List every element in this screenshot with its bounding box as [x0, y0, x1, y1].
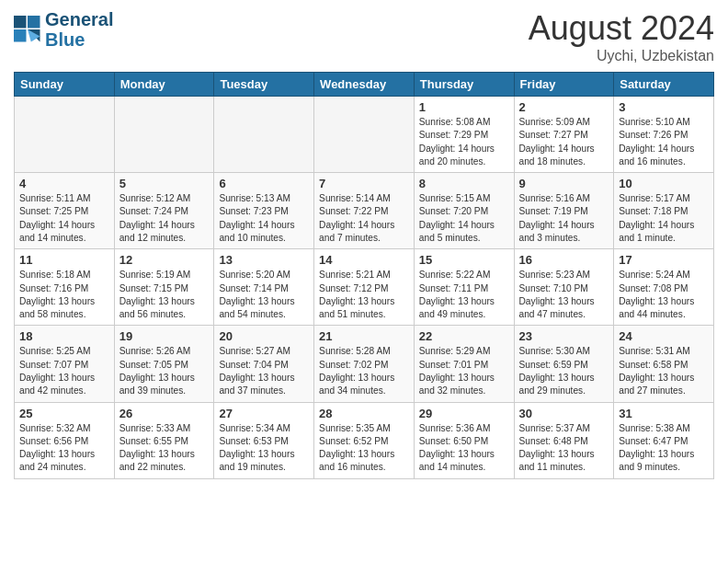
day-info: Sunrise: 5:09 AM Sunset: 7:27 PM Dayligh…	[519, 116, 609, 168]
day-number: 15	[419, 253, 509, 267]
day-info: Sunrise: 5:26 AM Sunset: 7:05 PM Dayligh…	[119, 345, 210, 397]
day-info: Sunrise: 5:27 AM Sunset: 7:04 PM Dayligh…	[219, 345, 309, 397]
calendar-cell: 21Sunrise: 5:28 AM Sunset: 7:02 PM Dayli…	[314, 326, 415, 402]
day-info: Sunrise: 5:34 AM Sunset: 6:53 PM Dayligh…	[219, 422, 309, 475]
week-row-2: 4Sunrise: 5:11 AM Sunset: 7:25 PM Daylig…	[15, 173, 714, 249]
logo-icon	[14, 16, 41, 43]
day-info: Sunrise: 5:13 AM Sunset: 7:23 PM Dayligh…	[219, 192, 309, 245]
calendar-cell: 29Sunrise: 5:36 AM Sunset: 6:50 PM Dayli…	[414, 402, 514, 478]
logo-text: General	[45, 9, 113, 29]
day-number: 24	[619, 329, 709, 343]
calendar-cell: 24Sunrise: 5:31 AM Sunset: 6:58 PM Dayli…	[614, 326, 714, 402]
weekday-header-thursday: Thursday	[414, 73, 514, 97]
calendar-cell: 23Sunrise: 5:30 AM Sunset: 6:59 PM Dayli…	[514, 326, 614, 402]
day-number: 7	[319, 177, 409, 190]
calendar-cell: 6Sunrise: 5:13 AM Sunset: 7:23 PM Daylig…	[214, 173, 314, 249]
title-block: August 2024 Uychi, Uzbekistan	[529, 9, 714, 64]
day-number: 11	[19, 253, 109, 267]
day-number: 22	[419, 329, 509, 343]
day-info: Sunrise: 5:12 AM Sunset: 7:24 PM Dayligh…	[119, 192, 210, 245]
day-number: 19	[119, 329, 210, 343]
day-info: Sunrise: 5:16 AM Sunset: 7:19 PM Dayligh…	[519, 192, 609, 245]
day-number: 4	[19, 177, 109, 190]
logo: General Blue	[14, 9, 113, 50]
day-info: Sunrise: 5:38 AM Sunset: 6:47 PM Dayligh…	[619, 422, 709, 475]
day-number: 29	[419, 407, 509, 420]
day-info: Sunrise: 5:18 AM Sunset: 7:16 PM Dayligh…	[19, 269, 109, 321]
calendar-cell: 17Sunrise: 5:24 AM Sunset: 7:08 PM Dayli…	[614, 249, 714, 326]
day-number: 25	[19, 407, 109, 420]
weekday-header-tuesday: Tuesday	[214, 73, 314, 97]
calendar-cell: 1Sunrise: 5:08 AM Sunset: 7:29 PM Daylig…	[414, 97, 514, 173]
day-info: Sunrise: 5:23 AM Sunset: 7:10 PM Dayligh…	[519, 269, 609, 321]
day-number: 17	[619, 253, 709, 267]
month-title: August 2024	[529, 9, 714, 48]
weekday-header-friday: Friday	[514, 73, 614, 97]
calendar-cell: 31Sunrise: 5:38 AM Sunset: 6:47 PM Dayli…	[614, 402, 714, 478]
day-number: 9	[519, 177, 609, 190]
day-number: 14	[319, 253, 409, 267]
day-number: 27	[219, 407, 309, 420]
day-info: Sunrise: 5:21 AM Sunset: 7:12 PM Dayligh…	[319, 269, 409, 321]
calendar-page: General Blue August 2024 Uychi, Uzbekist…	[0, 0, 728, 488]
calendar-cell: 9Sunrise: 5:16 AM Sunset: 7:19 PM Daylig…	[514, 173, 614, 249]
day-info: Sunrise: 5:28 AM Sunset: 7:02 PM Dayligh…	[319, 345, 409, 397]
day-info: Sunrise: 5:31 AM Sunset: 6:58 PM Dayligh…	[619, 345, 709, 397]
location: Uychi, Uzbekistan	[529, 48, 714, 64]
day-number: 10	[619, 177, 709, 190]
weekday-header-row: SundayMondayTuesdayWednesdayThursdayFrid…	[15, 73, 714, 97]
svg-rect-1	[28, 16, 40, 29]
calendar-cell	[314, 97, 415, 173]
day-info: Sunrise: 5:33 AM Sunset: 6:55 PM Dayligh…	[119, 422, 210, 475]
calendar-cell: 11Sunrise: 5:18 AM Sunset: 7:16 PM Dayli…	[15, 249, 115, 326]
day-info: Sunrise: 5:24 AM Sunset: 7:08 PM Dayligh…	[619, 269, 709, 321]
day-number: 12	[119, 253, 210, 267]
day-number: 31	[619, 407, 709, 420]
svg-rect-0	[14, 16, 27, 29]
day-info: Sunrise: 5:20 AM Sunset: 7:14 PM Dayligh…	[219, 269, 309, 321]
day-info: Sunrise: 5:15 AM Sunset: 7:20 PM Dayligh…	[419, 192, 509, 245]
weekday-header-sunday: Sunday	[15, 73, 115, 97]
calendar-cell	[15, 97, 115, 173]
calendar-cell: 15Sunrise: 5:22 AM Sunset: 7:11 PM Dayli…	[414, 249, 514, 326]
calendar-cell: 14Sunrise: 5:21 AM Sunset: 7:12 PM Dayli…	[314, 249, 415, 326]
calendar-cell: 16Sunrise: 5:23 AM Sunset: 7:10 PM Dayli…	[514, 249, 614, 326]
day-info: Sunrise: 5:25 AM Sunset: 7:07 PM Dayligh…	[19, 345, 109, 397]
calendar-cell: 28Sunrise: 5:35 AM Sunset: 6:52 PM Dayli…	[314, 402, 415, 478]
day-info: Sunrise: 5:11 AM Sunset: 7:25 PM Dayligh…	[19, 192, 109, 245]
day-info: Sunrise: 5:14 AM Sunset: 7:22 PM Dayligh…	[319, 192, 409, 245]
calendar-cell: 13Sunrise: 5:20 AM Sunset: 7:14 PM Dayli…	[214, 249, 314, 326]
day-info: Sunrise: 5:19 AM Sunset: 7:15 PM Dayligh…	[119, 269, 210, 321]
calendar-cell: 7Sunrise: 5:14 AM Sunset: 7:22 PM Daylig…	[314, 173, 415, 249]
day-info: Sunrise: 5:10 AM Sunset: 7:26 PM Dayligh…	[619, 116, 709, 168]
calendar-cell: 22Sunrise: 5:29 AM Sunset: 7:01 PM Dayli…	[414, 326, 514, 402]
day-number: 8	[419, 177, 509, 190]
day-number: 21	[319, 329, 409, 343]
calendar-cell: 3Sunrise: 5:10 AM Sunset: 7:26 PM Daylig…	[614, 97, 714, 173]
calendar-cell	[214, 97, 314, 173]
day-number: 20	[219, 329, 309, 343]
day-number: 5	[119, 177, 210, 190]
day-number: 3	[619, 100, 709, 114]
week-row-5: 25Sunrise: 5:32 AM Sunset: 6:56 PM Dayli…	[15, 402, 714, 478]
day-number: 18	[19, 329, 109, 343]
day-number: 30	[519, 407, 609, 420]
day-info: Sunrise: 5:35 AM Sunset: 6:52 PM Dayligh…	[319, 422, 409, 475]
calendar-cell: 25Sunrise: 5:32 AM Sunset: 6:56 PM Dayli…	[15, 402, 115, 478]
calendar-cell: 20Sunrise: 5:27 AM Sunset: 7:04 PM Dayli…	[214, 326, 314, 402]
calendar-cell: 26Sunrise: 5:33 AM Sunset: 6:55 PM Dayli…	[114, 402, 214, 478]
day-number: 6	[219, 177, 309, 190]
day-number: 2	[519, 100, 609, 114]
week-row-3: 11Sunrise: 5:18 AM Sunset: 7:16 PM Dayli…	[15, 249, 714, 326]
weekday-header-monday: Monday	[114, 73, 214, 97]
calendar-cell: 12Sunrise: 5:19 AM Sunset: 7:15 PM Dayli…	[114, 249, 214, 326]
calendar-cell: 5Sunrise: 5:12 AM Sunset: 7:24 PM Daylig…	[114, 173, 214, 249]
day-info: Sunrise: 5:08 AM Sunset: 7:29 PM Dayligh…	[419, 116, 509, 168]
day-info: Sunrise: 5:32 AM Sunset: 6:56 PM Dayligh…	[19, 422, 109, 475]
calendar-table: SundayMondayTuesdayWednesdayThursdayFrid…	[14, 72, 714, 479]
day-number: 23	[519, 329, 609, 343]
day-number: 26	[119, 407, 210, 420]
week-row-1: 1Sunrise: 5:08 AM Sunset: 7:29 PM Daylig…	[15, 97, 714, 173]
day-number: 1	[419, 100, 509, 114]
calendar-cell: 27Sunrise: 5:34 AM Sunset: 6:53 PM Dayli…	[214, 402, 314, 478]
